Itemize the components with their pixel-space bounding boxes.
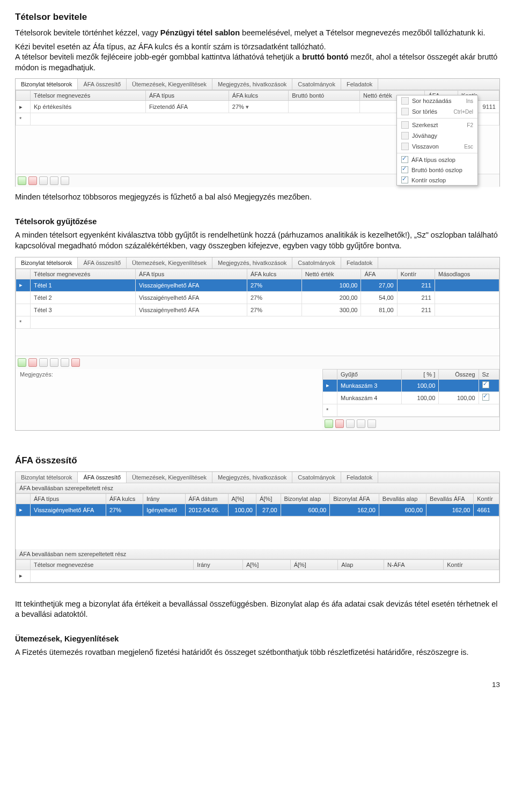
tab-bizonylat-tetelsorok[interactable]: Bizonylat tételsorok xyxy=(16,79,78,90)
col-megnevezes[interactable]: Tételsor megnevezése xyxy=(31,559,194,570)
delete-button[interactable] xyxy=(335,419,344,428)
tab-bizonylat-tetelsorok[interactable]: Bizonylat tételsorok xyxy=(16,472,78,483)
col-irany[interactable]: Irány xyxy=(143,493,185,504)
undo-button[interactable] xyxy=(61,358,69,367)
col-biz-afa[interactable]: Bizonylat ÁFA xyxy=(330,493,379,504)
gyujto-panel: Megjegyzés: Gyűjtő [ % ] Összeg Sz ▸Munk… xyxy=(16,369,499,430)
edit-button[interactable] xyxy=(39,176,48,185)
cell[interactable]: Kp értékesítés xyxy=(31,101,146,113)
menu-undo[interactable]: VisszavonEsc xyxy=(397,141,477,152)
delete-button[interactable] xyxy=(28,176,37,185)
col-irany[interactable]: Irány xyxy=(194,559,243,570)
col-bev-afa[interactable]: Bevallás ÁFA xyxy=(426,493,474,504)
col-kontir[interactable]: Kontír xyxy=(397,269,435,279)
add-button[interactable] xyxy=(18,358,26,367)
col-kontir[interactable]: Kontír xyxy=(474,493,499,504)
grid-gyujto[interactable]: Gyűjtő [ % ] Összeg Sz ▸Munkaszám 3100,0… xyxy=(322,369,499,417)
cell[interactable]: Fizetendő ÁFA xyxy=(145,101,229,113)
edit-button[interactable] xyxy=(346,419,355,428)
col-afa-tipus[interactable]: ÁFA típus xyxy=(145,91,229,101)
table-row[interactable]: ▸Tétel 1Visszaigényelhető ÁFA27%100,0027… xyxy=(16,279,499,291)
table-row-new[interactable]: * xyxy=(16,316,499,328)
table-row[interactable]: ▸ Visszaigényelhető ÁFA 27% Igényelhető … xyxy=(16,504,499,516)
tab-feladatok[interactable]: Feladatok xyxy=(341,472,378,483)
col-a-pct2[interactable]: Á[%] xyxy=(256,493,281,504)
add-button[interactable] xyxy=(18,176,26,185)
tab-feladatok[interactable]: Feladatok xyxy=(341,79,378,90)
col-afa-tipus[interactable]: ÁFA típus xyxy=(136,269,247,279)
chevron-down-icon[interactable]: ▾ xyxy=(246,104,249,110)
col-bev-alap[interactable]: Bevallás alap xyxy=(379,493,426,504)
tab-csatolmanyok[interactable]: Csatolmányok xyxy=(292,472,341,483)
tab-bizonylat-tetelsorok[interactable]: Bizonylat tételsorok xyxy=(16,257,78,268)
menu-col-kontir[interactable]: Kontír oszlop xyxy=(397,175,477,185)
tab-utemezesek[interactable]: Ütemezések, Kiegyenlítések xyxy=(127,79,212,90)
edit-button[interactable] xyxy=(39,358,48,367)
tab-megjegyzes[interactable]: Megjegyzés, hivatkozások xyxy=(212,79,292,90)
col-gyujto[interactable]: Gyűjtő xyxy=(337,369,402,379)
grid-afa-nem-bevallas[interactable]: Tételsor megnevezése Irány A[%] Á[%] Ala… xyxy=(16,559,499,582)
cell[interactable] xyxy=(289,101,360,113)
menu-delete-row[interactable]: Sor törlésCtrl+Del xyxy=(397,106,477,117)
col-a-pct[interactable]: A[%] xyxy=(228,493,256,504)
undo-button[interactable] xyxy=(61,176,69,185)
col-afa-kulcs[interactable]: ÁFA kulcs xyxy=(229,91,288,101)
tab-utemezesek[interactable]: Ütemezések, Kiegyenlítések xyxy=(127,472,212,483)
menu-edit[interactable]: SzerkesztF2 xyxy=(397,120,477,130)
col-nafa[interactable]: N-ÁFA xyxy=(384,559,444,570)
col-alap[interactable]: Alap xyxy=(338,559,384,570)
checkbox[interactable] xyxy=(482,394,489,401)
text: Tételsorok bevitele történhet kézzel, va… xyxy=(15,28,160,37)
col-megnevezes[interactable]: Tételsor megnevezés xyxy=(31,269,136,279)
tab-afa-osszesito[interactable]: ÁFA összesítő xyxy=(78,472,127,483)
table-row[interactable]: ▸ xyxy=(16,570,499,582)
col-brutto-bonto[interactable]: Bruttó bontó xyxy=(289,91,360,101)
col-szazalek[interactable]: [ % ] xyxy=(402,369,439,379)
col-afa-datum[interactable]: ÁFA dátum xyxy=(185,493,228,504)
menu-approve[interactable]: Jóváhagy xyxy=(397,130,477,141)
col-megnevezes[interactable]: Tételsor megnevezés xyxy=(31,91,146,101)
col-biz-alap[interactable]: Bizonylat alap xyxy=(281,493,330,504)
tab-csatolmanyok[interactable]: Csatolmányok xyxy=(292,79,341,90)
grid-afa-bevallas[interactable]: ÁFA típus ÁFA kulcs Irány ÁFA dátum A[%]… xyxy=(16,493,499,516)
cell[interactable]: 27% ▾ xyxy=(229,101,288,113)
col-afa-tipus[interactable]: ÁFA típus xyxy=(31,493,106,504)
table-row[interactable]: Tétel 3Visszaigényelhető ÁFA27%300,0081,… xyxy=(16,304,499,316)
tab-megjegyzes[interactable]: Megjegyzés, hivatkozások xyxy=(212,257,292,268)
col-osszeg[interactable]: Összeg xyxy=(439,369,479,379)
col-kontir[interactable]: Kontír xyxy=(444,559,499,570)
col-netto[interactable]: Nettó érték xyxy=(301,269,361,279)
table-row-new[interactable]: * xyxy=(323,404,499,416)
menu-col-bruttobonto[interactable]: Bruttó bontó oszlop xyxy=(397,165,477,175)
menu-col-afatipus[interactable]: ÁFA típus oszlop xyxy=(397,154,477,165)
approve-button[interactable] xyxy=(357,419,365,428)
col-a-pct2[interactable]: Á[%] xyxy=(290,559,338,570)
approve-button[interactable] xyxy=(50,176,58,185)
col-sz[interactable]: Sz xyxy=(479,369,499,379)
delete-button[interactable] xyxy=(28,358,37,367)
grid-tetelsorok[interactable]: Tételsor megnevezés ÁFA típus ÁFA kulcs … xyxy=(16,269,499,329)
check-icon xyxy=(401,132,409,139)
checkbox[interactable] xyxy=(482,381,489,388)
table-row[interactable]: Munkaszám 4100,00100,00 xyxy=(323,392,499,404)
tab-utemezesek[interactable]: Ütemezések, Kiegyenlítések xyxy=(127,257,212,268)
tab-afa-osszesito[interactable]: ÁFA összesítő xyxy=(78,257,127,268)
add-button[interactable] xyxy=(325,419,333,428)
table-row[interactable]: Tétel 2Visszaigényelhető ÁFA27%200,0054,… xyxy=(16,291,499,304)
tab-feladatok[interactable]: Feladatok xyxy=(341,257,378,268)
col-afa-kulcs[interactable]: ÁFA kulcs xyxy=(247,269,301,279)
undo-button[interactable] xyxy=(367,419,376,428)
col-a-pct[interactable]: A[%] xyxy=(242,559,290,570)
approve-button[interactable] xyxy=(50,358,58,367)
table-row[interactable]: ▸Munkaszám 3100,00 xyxy=(323,379,499,392)
col-masodlagos[interactable]: Másodlagos xyxy=(435,269,499,279)
col-afa-kulcs[interactable]: ÁFA kulcs xyxy=(106,493,143,504)
menu-add-row[interactable]: Sor hozzáadásIns xyxy=(397,95,477,106)
tab-afa-osszesito[interactable]: ÁFA összesítő xyxy=(78,79,127,90)
row-indicator: ▸ xyxy=(16,101,31,113)
tab-megjegyzes[interactable]: Megjegyzés, hivatkozások xyxy=(212,472,292,483)
col-afa[interactable]: ÁFA xyxy=(361,269,397,279)
section-szerepeltetett: ÁFA bevallásban szerepeltetett rész xyxy=(16,483,499,493)
cancel-button[interactable] xyxy=(71,358,80,367)
tab-csatolmanyok[interactable]: Csatolmányok xyxy=(292,257,341,268)
